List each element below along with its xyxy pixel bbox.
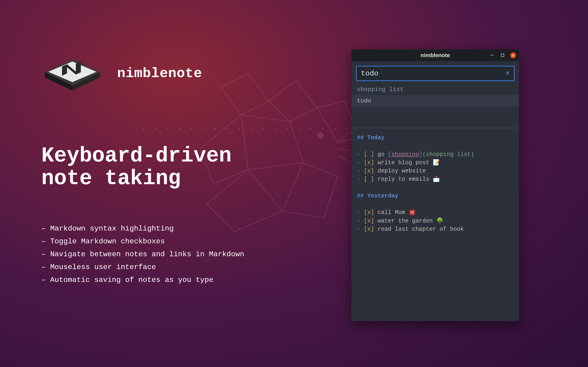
- marketing-panel: nimblenote Keyboard-driven note taking M…: [41, 53, 317, 286]
- app-logo-icon: [41, 53, 103, 94]
- window-maximize-button[interactable]: [500, 52, 505, 58]
- window-titlebar[interactable]: nimblenote – ✕: [351, 49, 519, 61]
- clear-search-icon[interactable]: ×: [506, 69, 510, 77]
- note-editor[interactable]: ## Today - [ ] go [shopping](shopping li…: [351, 129, 519, 321]
- app-window: nimblenote – ✕ × shopping list todo ## T…: [351, 49, 519, 321]
- app-name: nimblenote: [117, 66, 202, 81]
- feature-item: Toggle Markdown checkboxes: [41, 235, 317, 248]
- note-list-item[interactable]: shopping list: [351, 84, 519, 95]
- section-heading: Today: [367, 134, 384, 141]
- svg-point-6: [318, 133, 323, 138]
- window-close-button[interactable]: ✕: [510, 52, 516, 58]
- svg-marker-7: [317, 101, 355, 142]
- note-list-item[interactable]: todo: [351, 95, 519, 107]
- headline: Keyboard-driven note taking: [41, 144, 317, 190]
- search-input[interactable]: [361, 69, 506, 78]
- feature-item: Navigate between notes and links in Mark…: [41, 248, 317, 261]
- window-minimize-button[interactable]: –: [489, 52, 495, 58]
- search-box[interactable]: ×: [356, 66, 515, 81]
- feature-item: Markdown syntax highlighting: [41, 222, 317, 235]
- feature-item: Automatic saving of notes as you type: [41, 274, 317, 286]
- feature-list: Markdown syntax highlighting Toggle Mark…: [41, 222, 317, 286]
- section-heading: Yesterday: [367, 193, 398, 199]
- feature-item: Mouseless user interface: [41, 261, 317, 274]
- note-list: shopping list todo: [351, 84, 519, 127]
